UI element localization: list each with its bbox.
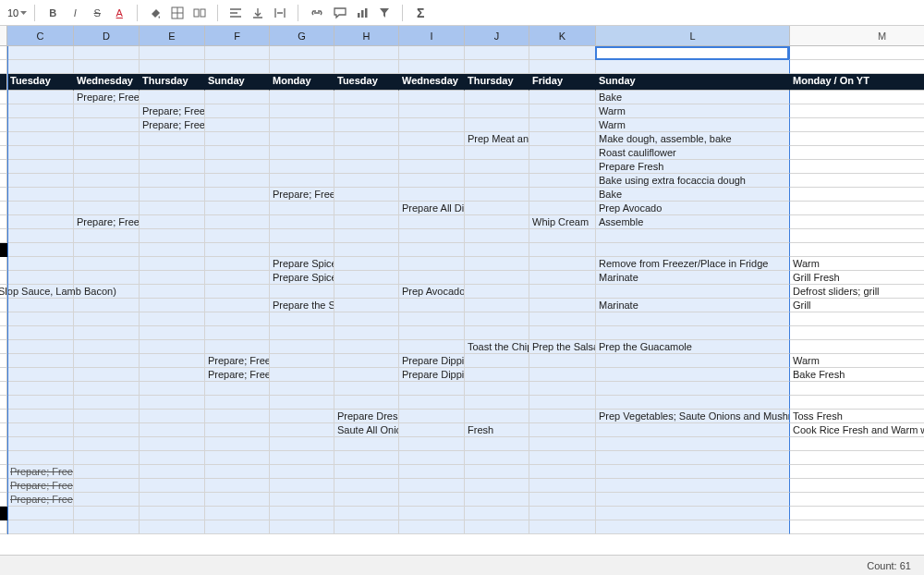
- chart-icon: [356, 6, 369, 19]
- insert-comment-button[interactable]: [330, 3, 350, 23]
- insert-chart-button[interactable]: [352, 3, 372, 23]
- separator: [217, 5, 218, 21]
- chevron-down-icon: [20, 11, 27, 15]
- text-wrap-button[interactable]: [270, 3, 290, 23]
- font-size-selector[interactable]: 10: [7, 7, 27, 18]
- link-icon: [310, 8, 324, 18]
- underline-button[interactable]: A: [109, 3, 129, 23]
- paint-bucket-icon: [149, 6, 162, 19]
- merge-cells-button[interactable]: [189, 3, 210, 23]
- svg-rect-3: [194, 9, 199, 17]
- svg-rect-7: [365, 8, 368, 18]
- separator: [298, 5, 298, 21]
- filter-button[interactable]: [374, 3, 395, 23]
- insert-link-button[interactable]: [306, 3, 328, 23]
- functions-button[interactable]: Σ: [410, 3, 431, 23]
- bold-button[interactable]: B: [43, 3, 63, 23]
- font-size-value: 10: [7, 7, 18, 18]
- separator: [402, 5, 403, 21]
- strikethrough-button[interactable]: S: [87, 3, 107, 23]
- comment-icon: [334, 6, 346, 19]
- sigma-icon: Σ: [417, 6, 424, 20]
- v-align-button[interactable]: [248, 3, 268, 23]
- fill-color-button[interactable]: [145, 3, 165, 23]
- filter-icon: [378, 6, 391, 19]
- italic-button[interactable]: I: [65, 3, 85, 23]
- v-align-icon: [251, 6, 264, 19]
- borders-button[interactable]: [167, 3, 188, 23]
- svg-rect-6: [361, 10, 364, 18]
- toolbar: 10 B I S A Σ: [0, 0, 924, 26]
- separator: [137, 5, 138, 21]
- svg-rect-5: [358, 13, 360, 18]
- svg-rect-4: [201, 9, 205, 17]
- h-align-button[interactable]: [225, 3, 246, 23]
- merge-icon: [193, 6, 206, 19]
- wrap-icon: [274, 6, 286, 19]
- borders-icon: [171, 6, 184, 19]
- align-left-icon: [229, 6, 242, 19]
- separator: [34, 5, 35, 21]
